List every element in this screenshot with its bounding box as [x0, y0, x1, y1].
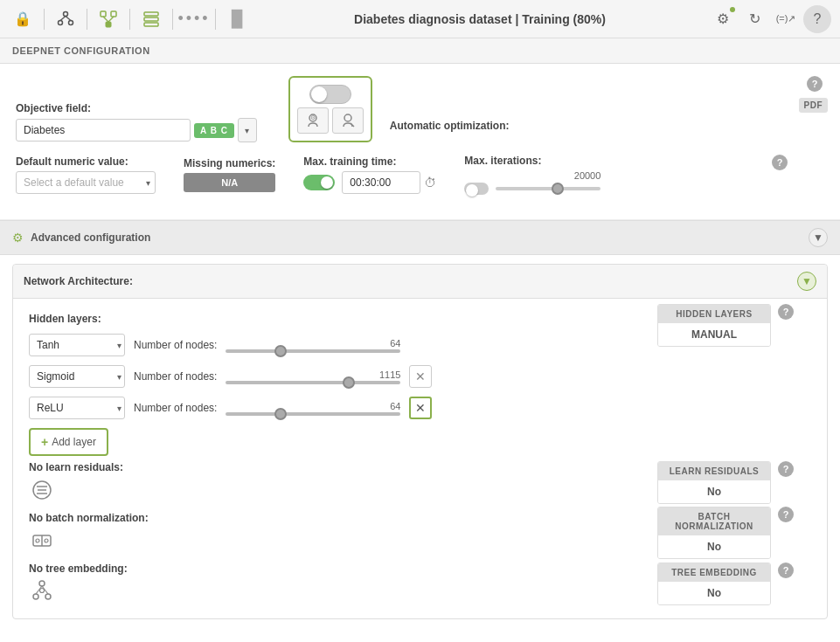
- max-iterations-slider[interactable]: [496, 187, 600, 190]
- remove-layer-2-btn[interactable]: ✕: [409, 365, 432, 388]
- objective-dropdown[interactable]: ▾: [238, 118, 257, 142]
- learn-residuals-icon: [29, 477, 55, 503]
- add-layer-label: Add layer: [52, 436, 96, 448]
- objective-field-input[interactable]: [16, 119, 191, 142]
- clock-icon[interactable]: ⏱: [424, 176, 436, 190]
- learn-residuals-help[interactable]: ?: [778, 461, 794, 477]
- separator-3: [129, 9, 130, 30]
- tree-embedding-panel-value: No: [658, 582, 770, 604]
- toolbar-title: Diabetes diagnosis dataset | Training (8…: [254, 12, 705, 26]
- refresh-icon[interactable]: ↻: [740, 5, 768, 33]
- max-training-row: ⏱: [303, 171, 436, 194]
- tree-embedding-row: No tree embedding:: [29, 563, 811, 604]
- bars-icon[interactable]: ▐▌: [223, 5, 251, 33]
- node-slider-wrap-2: 1115: [226, 369, 400, 384]
- auto-optimization-toggle[interactable]: [309, 85, 351, 104]
- activation-select-2[interactable]: Tanh Sigmoid ReLU: [29, 365, 125, 388]
- add-layer-button[interactable]: + Add layer: [29, 428, 108, 456]
- network-icon[interactable]: [52, 5, 80, 33]
- settings-icon[interactable]: ⚙: [709, 5, 737, 33]
- svg-point-23: [36, 539, 39, 542]
- svg-point-1: [59, 20, 63, 24]
- node-slider-3[interactable]: [226, 412, 400, 416]
- node-slider-1[interactable]: [226, 349, 400, 353]
- lock-icon[interactable]: 🔒: [9, 5, 37, 33]
- default-numeric-select[interactable]: Select a default value: [16, 171, 156, 194]
- missing-numerics-btn[interactable]: N/A: [184, 173, 275, 192]
- config-row-2: Default numeric value: Select a default …: [16, 155, 788, 195]
- hidden-layers-help[interactable]: ?: [778, 304, 794, 320]
- svg-rect-11: [144, 17, 158, 21]
- svg-point-25: [39, 581, 45, 586]
- table-row: Tanh Sigmoid ReLU Number of nodes: 1115 …: [29, 365, 811, 388]
- node-slider-wrap-3: 64: [226, 401, 400, 416]
- batch-norm-icon: [29, 528, 55, 554]
- default-numeric-group: Default numeric value: Select a default …: [16, 155, 156, 194]
- auto-icon-2[interactable]: [332, 107, 364, 134]
- svg-point-15: [344, 114, 351, 121]
- max-iterations-label: Max. iterations:: [464, 155, 600, 167]
- max-training-label: Max. training time:: [303, 155, 436, 168]
- batch-norm-panel-row: BATCH NORMALIZATION No ?: [657, 507, 794, 559]
- network-architecture-section: Network Architecture: ▼ Hidden layers: T…: [12, 264, 828, 619]
- tree-embedding-icon: [29, 578, 55, 604]
- auto-opt-label: Automatic optimization:: [390, 120, 510, 132]
- node-slider-2[interactable]: [226, 381, 400, 384]
- svg-rect-10: [144, 12, 158, 16]
- time-input[interactable]: [342, 171, 420, 194]
- hidden-layers-panel-value: MANUAL: [658, 323, 770, 346]
- learn-residuals-group: No learn residuals:: [29, 461, 123, 503]
- max-training-group: Max. training time: ⏱: [303, 155, 436, 194]
- hidden-layers-panel-header: HIDDEN LAYERS: [658, 305, 770, 323]
- missing-numerics-label: Missing numerics:: [184, 157, 275, 169]
- batch-norm-panel: BATCH NORMALIZATION No: [657, 507, 771, 559]
- help-icon[interactable]: ?: [803, 5, 831, 33]
- tree-embedding-help[interactable]: ?: [778, 563, 794, 578]
- abc-badge: A B C: [194, 123, 234, 138]
- right-panels-group: HIDDEN LAYERS MANUAL ?: [657, 304, 794, 347]
- svg-text:⚙: ⚙: [310, 114, 316, 121]
- separator-4: [172, 9, 173, 30]
- batch-norm-help[interactable]: ?: [778, 507, 794, 522]
- advanced-gear-icon: ⚙: [12, 231, 24, 245]
- separator-5: [215, 9, 216, 30]
- auto-optimization-box: ⚙: [288, 76, 372, 142]
- max-training-toggle[interactable]: [303, 175, 335, 190]
- formula-icon[interactable]: (=)↗: [772, 5, 800, 33]
- dots-icon[interactable]: ••••: [180, 5, 208, 33]
- auto-opt-help[interactable]: ?: [807, 76, 823, 92]
- auto-icon-1[interactable]: ⚙: [297, 107, 329, 134]
- no-batch-norm-label: No batch normalization:: [29, 512, 149, 524]
- learn-residuals-panel-header: LEARN RESIDUALS: [658, 462, 770, 480]
- svg-rect-5: [101, 11, 106, 17]
- advanced-collapse-btn[interactable]: ▼: [809, 228, 828, 247]
- svg-rect-7: [106, 22, 111, 27]
- layers-icon[interactable]: [137, 5, 165, 33]
- max-iterations-toggle[interactable]: [464, 183, 489, 195]
- activation-select-wrap-2: Tanh Sigmoid ReLU: [29, 365, 125, 388]
- config-row2-help[interactable]: ?: [772, 155, 788, 170]
- batch-norm-group: No batch normalization:: [29, 512, 149, 554]
- bottom-options: No learn residuals:: [29, 461, 811, 604]
- activation-select-1[interactable]: Tanh Sigmoid ReLU: [29, 334, 125, 356]
- tree-embedding-panel: TREE EMBEDDING No: [657, 563, 771, 605]
- auto-icons: ⚙: [297, 107, 364, 134]
- activation-select-3[interactable]: Tanh Sigmoid ReLU: [29, 397, 125, 419]
- svg-line-3: [60, 16, 66, 20]
- advanced-config-section[interactable]: ⚙ Advanced configuration ▼: [0, 220, 840, 255]
- activation-select-wrap-1: Tanh Sigmoid ReLU: [29, 334, 125, 356]
- activation-select-wrap-3: Tanh Sigmoid ReLU: [29, 397, 125, 419]
- learn-residuals-row: No learn residuals:: [29, 461, 811, 503]
- node-slider-wrap-1: 64: [226, 338, 400, 353]
- network-header-label: Network Architecture:: [24, 275, 133, 287]
- default-numeric-label: Default numeric value:: [16, 155, 156, 168]
- pdf-button[interactable]: PDF: [799, 98, 829, 113]
- network-collapse-btn[interactable]: ▼: [797, 272, 816, 291]
- svg-point-0: [64, 11, 68, 16]
- branch-icon[interactable]: [94, 5, 122, 33]
- svg-line-9: [108, 17, 114, 22]
- table-row: Tanh Sigmoid ReLU Number of nodes: 64 ✕: [29, 397, 811, 419]
- hidden-layers-panel: HIDDEN LAYERS MANUAL: [657, 304, 771, 347]
- svg-line-4: [66, 16, 71, 20]
- remove-layer-3-btn[interactable]: ✕: [409, 397, 432, 419]
